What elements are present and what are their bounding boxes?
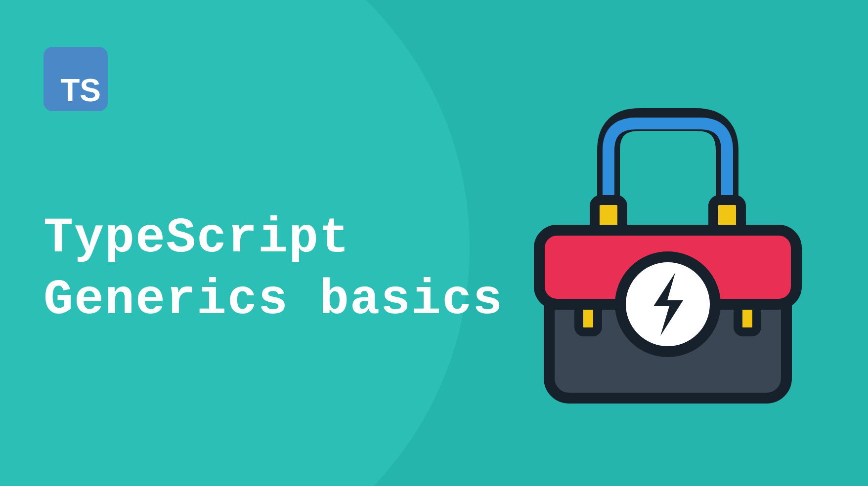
toolbox-icon: [522, 94, 814, 410]
title-line-1: TypeScript: [43, 207, 503, 269]
page-title: TypeScript Generics basics: [43, 207, 503, 331]
typescript-badge-label: TS: [60, 75, 101, 106]
title-line-2: Generics basics: [43, 269, 503, 331]
typescript-badge: TS: [43, 47, 108, 111]
